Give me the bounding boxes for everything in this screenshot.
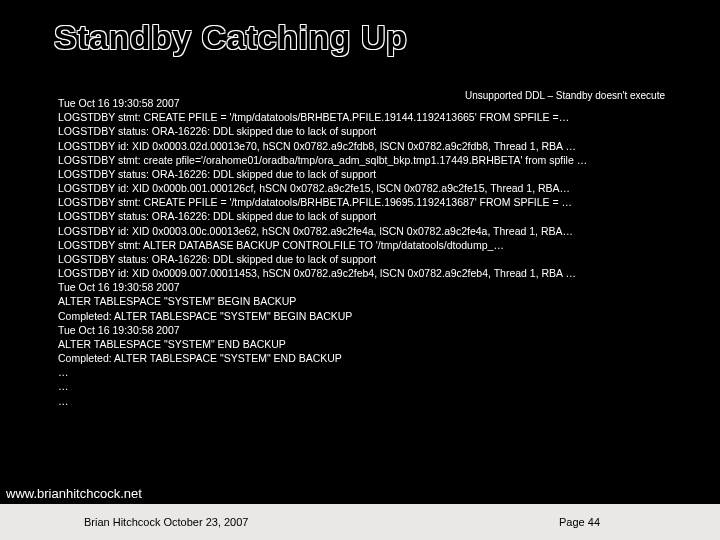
log-line: LOGSTDBY id: XID 0x000b.001.000126cf, hS…: [58, 181, 680, 195]
log-line: LOGSTDBY status: ORA-16226: DDL skipped …: [58, 124, 680, 138]
log-line: …: [58, 394, 680, 408]
log-line: Completed: ALTER TABLESPACE "SYSTEM" END…: [58, 351, 680, 365]
log-line: Completed: ALTER TABLESPACE "SYSTEM" BEG…: [58, 309, 680, 323]
log-line: LOGSTDBY status: ORA-16226: DDL skipped …: [58, 167, 680, 181]
footer-author: Brian Hitchcock October 23, 2007: [84, 516, 248, 528]
log-line: LOGSTDBY id: XID 0x0003.02d.00013e70, hS…: [58, 139, 680, 153]
log-line: Tue Oct 16 19:30:58 2007: [58, 280, 680, 294]
log-line: LOGSTDBY stmt: create pfile='/orahome01/…: [58, 153, 680, 167]
log-line: LOGSTDBY status: ORA-16226: DDL skipped …: [58, 252, 680, 266]
log-line: Tue Oct 16 19:30:58 2007: [58, 323, 680, 337]
log-line: LOGSTDBY stmt: CREATE PFILE = '/tmp/data…: [58, 195, 680, 209]
slide-title: Standby Catching Up: [54, 18, 407, 57]
log-line: ALTER TABLESPACE "SYSTEM" END BACKUP: [58, 337, 680, 351]
log-line: LOGSTDBY id: XID 0x0003.00c.00013e62, hS…: [58, 224, 680, 238]
log-output: Tue Oct 16 19:30:58 2007 LOGSTDBY stmt: …: [58, 96, 680, 408]
log-line: …: [58, 379, 680, 393]
footer-page: Page 44: [559, 516, 600, 528]
log-line: LOGSTDBY id: XID 0x0009.007.00011453, hS…: [58, 266, 680, 280]
log-line: Tue Oct 16 19:30:58 2007: [58, 96, 680, 110]
footer: Brian Hitchcock October 23, 2007 Page 44: [0, 504, 720, 540]
log-line: LOGSTDBY stmt: CREATE PFILE = '/tmp/data…: [58, 110, 680, 124]
website-url: www.brianhitchcock.net: [6, 486, 142, 501]
log-line: LOGSTDBY status: ORA-16226: DDL skipped …: [58, 209, 680, 223]
slide: Standby Catching Up Unsupported DDL – St…: [0, 0, 720, 540]
log-line: …: [58, 365, 680, 379]
log-line: ALTER TABLESPACE "SYSTEM" BEGIN BACKUP: [58, 294, 680, 308]
log-line: LOGSTDBY stmt: ALTER DATABASE BACKUP CON…: [58, 238, 680, 252]
